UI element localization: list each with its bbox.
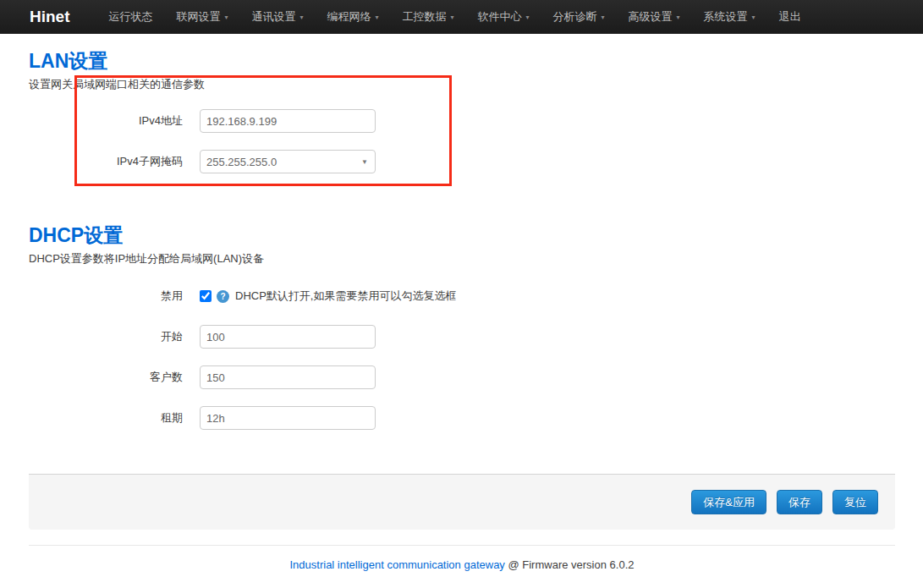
top-navbar: Hinet 运行状态 联网设置▾ 通讯设置▾ 编程网络▾ 工控数据▾ 软件中心▾… xyxy=(0,0,923,34)
dhcp-settings-section: DHCP设置 DHCP设置参数将IP地址分配给局域网(LAN)设备 禁用 ? D… xyxy=(29,190,895,430)
nav-item-industrial-data[interactable]: 工控数据▾ xyxy=(391,0,466,34)
nav-item-comm-settings[interactable]: 通讯设置▾ xyxy=(240,0,316,34)
ipv4-address-row: IPv4地址 xyxy=(29,109,895,133)
chevron-down-icon: ▾ xyxy=(451,14,454,21)
nav-item-system-settings[interactable]: 系统设置▾ xyxy=(692,0,767,34)
dhcp-limit-input[interactable] xyxy=(200,365,376,389)
nav-item-label: 通讯设置 xyxy=(252,9,296,25)
ipv4-address-label: IPv4地址 xyxy=(29,113,183,129)
nav-item-network-settings[interactable]: 联网设置▾ xyxy=(165,0,240,34)
page-footer: Industrial intelligent communication gat… xyxy=(29,545,895,571)
dhcp-disable-checkbox[interactable] xyxy=(200,290,212,302)
dhcp-leasetime-input[interactable] xyxy=(200,406,376,430)
nav-item-label: 高级设置 xyxy=(629,9,673,25)
ipv4-address-input[interactable] xyxy=(200,109,376,133)
nav-item-label: 运行状态 xyxy=(109,9,153,25)
nav-item-logout[interactable]: 退出 xyxy=(767,0,813,34)
dhcp-start-label: 开始 xyxy=(29,329,183,344)
dhcp-disable-row: 禁用 ? DHCP默认打开,如果需要禁用可以勾选复选框 xyxy=(29,288,895,305)
lan-section-title: LAN设置 xyxy=(29,34,895,73)
page-actions-bar: 保存&应用 保存 复位 xyxy=(29,474,895,530)
nav-menu: 运行状态 联网设置▾ 通讯设置▾ 编程网络▾ 工控数据▾ 软件中心▾ 分析诊断▾… xyxy=(97,0,813,34)
lan-section-description: 设置网关局域网端口相关的通信参数 xyxy=(29,78,895,91)
dhcp-hint-text: DHCP默认打开,如果需要禁用可以勾选复选框 xyxy=(235,289,456,304)
nav-item-advanced-settings[interactable]: 高级设置▾ xyxy=(617,0,692,34)
nav-item-programming-network[interactable]: 编程网络▾ xyxy=(316,0,391,34)
nav-item-label: 工控数据 xyxy=(403,9,447,25)
chevron-down-icon: ▾ xyxy=(376,14,379,21)
ipv4-netmask-select[interactable]: 255.255.255.0 xyxy=(200,150,376,173)
chevron-down-icon: ▾ xyxy=(300,14,304,21)
lan-settings-section: LAN设置 设置网关局域网端口相关的通信参数 IPv4地址 IPv4子网掩码 2… xyxy=(29,34,895,173)
dhcp-leasetime-row: 租期 xyxy=(29,406,895,430)
ipv4-netmask-label: IPv4子网掩码 xyxy=(29,154,183,169)
nav-item-label: 软件中心 xyxy=(478,9,522,25)
dhcp-section-description: DHCP设置参数将IP地址分配给局域网(LAN)设备 xyxy=(29,252,895,265)
gateway-footer-link[interactable]: Industrial intelligent communication gat… xyxy=(290,558,505,571)
nav-item-label: 分析诊断 xyxy=(553,9,597,25)
nav-item-running-status[interactable]: 运行状态 xyxy=(97,0,165,34)
chevron-down-icon: ▾ xyxy=(225,14,228,21)
chevron-down-icon: ▾ xyxy=(752,14,755,21)
save-button[interactable]: 保存 xyxy=(777,490,822,514)
dhcp-start-row: 开始 xyxy=(29,325,895,349)
firmware-version-text: @ Firmware version 6.0.2 xyxy=(505,558,635,571)
brand-logo[interactable]: Hinet xyxy=(30,8,70,26)
save-apply-button[interactable]: 保存&应用 xyxy=(691,490,766,514)
dhcp-limit-label: 客户数 xyxy=(29,370,183,385)
dhcp-limit-row: 客户数 xyxy=(29,365,895,389)
dhcp-section-title: DHCP设置 xyxy=(29,190,895,247)
nav-item-software-center[interactable]: 软件中心▾ xyxy=(466,0,541,34)
chevron-down-icon: ▾ xyxy=(677,14,680,21)
ipv4-netmask-select-wrap: 255.255.255.0 ▼ xyxy=(200,150,376,173)
nav-item-label: 编程网络 xyxy=(327,9,371,25)
dhcp-start-input[interactable] xyxy=(200,325,376,349)
dhcp-disable-label: 禁用 xyxy=(29,289,183,304)
help-icon: ? xyxy=(217,290,229,303)
nav-item-label: 联网设置 xyxy=(177,9,221,25)
chevron-down-icon: ▾ xyxy=(526,14,530,21)
nav-item-label: 退出 xyxy=(779,9,801,25)
nav-item-label: 系统设置 xyxy=(704,9,748,25)
dhcp-hint-group: ? DHCP默认打开,如果需要禁用可以勾选复选框 xyxy=(217,289,456,304)
reset-button[interactable]: 复位 xyxy=(832,490,878,514)
dhcp-leasetime-label: 租期 xyxy=(29,410,183,426)
chevron-down-icon: ▾ xyxy=(602,14,605,21)
nav-item-analysis-diagnosis[interactable]: 分析诊断▾ xyxy=(541,0,617,34)
main-content: LAN设置 设置网关局域网端口相关的通信参数 IPv4地址 IPv4子网掩码 2… xyxy=(29,34,895,571)
ipv4-netmask-row: IPv4子网掩码 255.255.255.0 ▼ xyxy=(29,150,895,173)
